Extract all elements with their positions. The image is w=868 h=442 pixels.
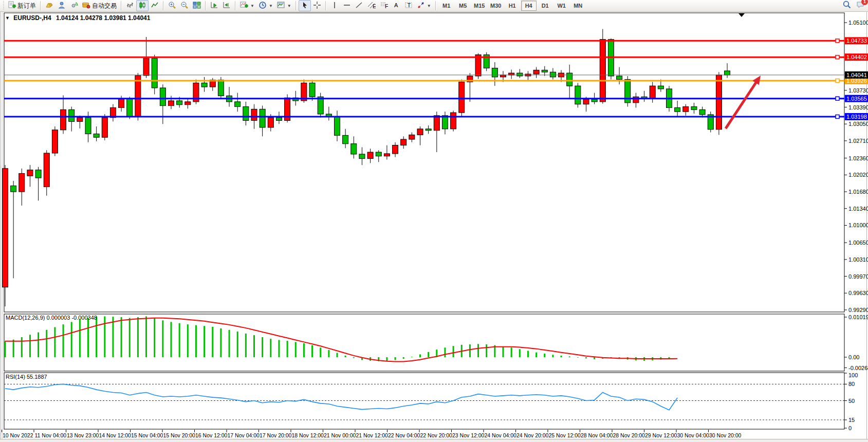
horizontal-line-button[interactable] xyxy=(341,0,353,11)
separator xyxy=(163,1,164,10)
fibonacci-button[interactable]: F xyxy=(378,0,390,11)
ohlc-values: 1.04124 1.04278 1.03981 1.04041 xyxy=(56,14,151,22)
notifications-button[interactable]: 1 xyxy=(856,0,865,11)
bar-chart-button[interactable] xyxy=(124,0,136,11)
timeframe-group: M1M5M15M30H1H4D1W1MN xyxy=(438,1,586,11)
separator xyxy=(40,1,41,10)
svg-text:1.03730: 1.03730 xyxy=(848,87,868,94)
separator xyxy=(235,1,236,10)
trendline-icon xyxy=(355,1,363,11)
deposit-button[interactable] xyxy=(43,0,56,11)
line-chart-icon xyxy=(151,1,159,11)
main-toolbar: 新订单 自动交易 ▼ ▼ ▼ E F A T ▼ xyxy=(0,0,868,12)
svg-text:22 Nov 04:00: 22 Nov 04:00 xyxy=(388,432,420,438)
svg-text:1.00650: 1.00650 xyxy=(848,240,868,246)
svg-text:17 Nov 20:00: 17 Nov 20:00 xyxy=(260,432,292,438)
svg-text:0.99630: 0.99630 xyxy=(848,290,868,296)
vertical-line-button[interactable] xyxy=(328,0,341,11)
timeframe-W1[interactable]: W1 xyxy=(554,1,569,11)
svg-text:16 Nov 12:00: 16 Nov 12:00 xyxy=(195,432,228,438)
zoom-out-button[interactable] xyxy=(178,0,191,11)
collapse-arrow-icon[interactable]: ▼ xyxy=(5,15,10,21)
arrows-icon xyxy=(417,1,425,11)
chart-title: ▼ EURUSD-,H4 1.04124 1.04278 1.03981 1.0… xyxy=(5,14,150,22)
rsi-label: RSI(14) 55.1887 xyxy=(6,374,47,380)
text-button[interactable]: A xyxy=(390,0,402,11)
candlestick-chart-button[interactable] xyxy=(136,0,149,11)
svg-text:21 Nov 12:00: 21 Nov 12:00 xyxy=(356,432,389,438)
svg-text:1.03050: 1.03050 xyxy=(848,121,868,127)
fibonacci-icon: F xyxy=(380,1,388,11)
svg-text:1.02360: 1.02360 xyxy=(848,155,868,161)
auto-trading-icon xyxy=(82,1,90,11)
svg-text:18 Nov 12:00: 18 Nov 12:00 xyxy=(292,432,324,438)
chart-shift-button[interactable] xyxy=(220,0,233,11)
indicators-icon xyxy=(240,1,248,11)
svg-text:11 Nov 04:00: 11 Nov 04:00 xyxy=(35,432,67,438)
price-chart-canvas[interactable]: 1.051001.037301.033901.030501.027101.023… xyxy=(0,0,868,442)
indicators-button[interactable]: ▼ xyxy=(238,0,256,11)
svg-text:28 Nov 20:00: 28 Nov 20:00 xyxy=(613,432,645,438)
separator xyxy=(205,1,206,10)
svg-text:T: T xyxy=(407,2,411,8)
zoom-in-button[interactable] xyxy=(166,0,178,11)
svg-text:0: 0 xyxy=(848,425,852,431)
svg-text:0.99970: 0.99970 xyxy=(848,273,868,280)
chevron-down-icon: ▼ xyxy=(287,4,291,8)
svg-text:1.03390: 1.03390 xyxy=(848,104,868,110)
svg-text:100: 100 xyxy=(848,372,858,378)
bar-chart-icon xyxy=(126,1,134,11)
svg-text:1.05100: 1.05100 xyxy=(848,20,868,26)
auto-scroll-button[interactable] xyxy=(208,0,220,11)
new-order-button[interactable]: 新订单 xyxy=(6,0,38,11)
horizontal-line-icon xyxy=(343,1,351,11)
cursor-button[interactable] xyxy=(299,0,311,11)
svg-text:1.04402: 1.04402 xyxy=(846,54,867,60)
svg-text:23 Nov 12:00: 23 Nov 12:00 xyxy=(452,432,485,438)
svg-text:80: 80 xyxy=(848,381,855,387)
timeframe-M5[interactable]: M5 xyxy=(455,1,471,11)
trendline-button[interactable] xyxy=(353,0,365,11)
crosshair-button[interactable] xyxy=(311,0,323,11)
separator xyxy=(121,1,122,10)
svg-text:1.03198: 1.03198 xyxy=(846,114,867,120)
chart-shift-icon xyxy=(223,1,231,11)
new-order-icon xyxy=(8,1,16,11)
line-chart-button[interactable] xyxy=(149,0,161,11)
svg-text:24 Nov 04:00: 24 Nov 04:00 xyxy=(485,432,517,438)
svg-text:1.02710: 1.02710 xyxy=(848,138,868,144)
timeframe-H4[interactable]: H4 xyxy=(521,1,537,11)
separator xyxy=(435,1,436,10)
text-label-button[interactable]: T xyxy=(402,0,415,11)
macd-label: MACD(12,26,9) 0.000003 -0.000348 xyxy=(6,315,97,321)
tile-windows-button[interactable] xyxy=(191,0,203,11)
timeframe-M1[interactable]: M1 xyxy=(439,1,454,11)
signal-button[interactable] xyxy=(68,0,80,11)
signal-icon xyxy=(70,1,78,11)
svg-text:A: A xyxy=(394,2,398,8)
chevron-down-icon: ▼ xyxy=(250,4,254,8)
svg-text:15 Nov 04:00: 15 Nov 04:00 xyxy=(131,432,163,438)
svg-text:13 Nov 23:00: 13 Nov 23:00 xyxy=(67,432,99,438)
profile-button[interactable] xyxy=(56,0,68,11)
periods-button[interactable]: ▼ xyxy=(256,0,275,11)
search-icon[interactable] xyxy=(842,0,852,11)
equidistant-channel-button[interactable]: E xyxy=(365,0,378,11)
templates-button[interactable]: ▼ xyxy=(275,0,293,11)
timeframe-H1[interactable]: H1 xyxy=(505,1,520,11)
svg-text:24 Nov 20:00: 24 Nov 20:00 xyxy=(516,432,549,438)
text-label-icon: T xyxy=(404,1,413,11)
svg-text:30 Nov 04:00: 30 Nov 04:00 xyxy=(677,432,710,438)
chevron-down-icon: ▼ xyxy=(269,4,273,8)
periods-clock-icon xyxy=(258,1,267,11)
svg-text:17 Nov 04:00: 17 Nov 04:00 xyxy=(228,432,260,438)
timeframe-M15[interactable]: M15 xyxy=(472,1,487,11)
timeframe-D1[interactable]: D1 xyxy=(538,1,553,11)
mt4-terminal-window: 新订单 自动交易 ▼ ▼ ▼ E F A T ▼ xyxy=(0,0,868,442)
arrows-button[interactable]: ▼ xyxy=(415,0,433,11)
timeframe-MN[interactable]: MN xyxy=(570,1,586,11)
crosshair-icon xyxy=(313,1,321,11)
auto-trading-button[interactable]: 自动交易 xyxy=(80,0,119,11)
svg-text:28 Nov 04:00: 28 Nov 04:00 xyxy=(581,432,613,438)
timeframe-M30[interactable]: M30 xyxy=(488,1,504,11)
